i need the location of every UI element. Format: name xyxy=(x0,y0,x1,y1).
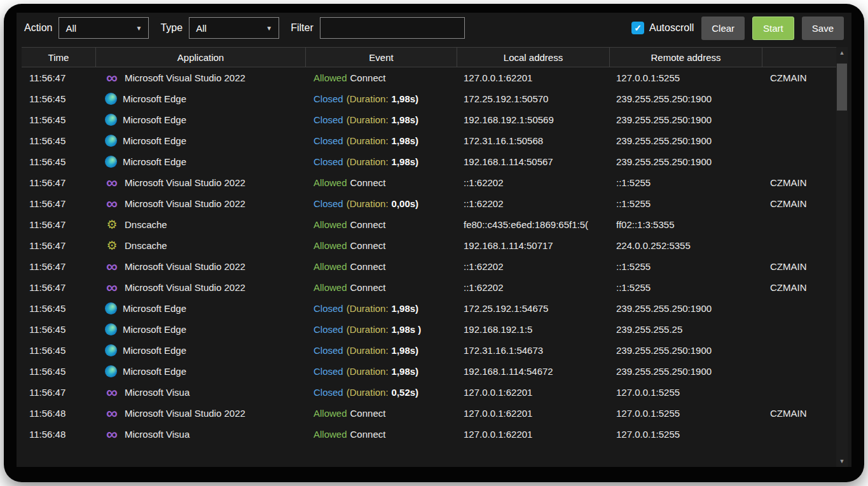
event-detail: Connect xyxy=(350,408,386,419)
table-row[interactable]: 11:56:47∞Microsoft Visual Studio 2022All… xyxy=(22,277,836,298)
application-cell: Microsoft Edge xyxy=(96,88,306,109)
table-row[interactable]: 11:56:45Microsoft EdgeClosed(Duration:1,… xyxy=(22,151,836,172)
event-duration-value: 1,98s) xyxy=(392,93,419,104)
event-status: Closed xyxy=(313,156,343,167)
table-row[interactable]: 11:56:45Microsoft EdgeClosed(Duration:1,… xyxy=(22,88,836,109)
event-detail: Connect xyxy=(350,177,386,188)
event-cell: Closed(Duration:1,98s) xyxy=(306,361,457,382)
header-local-address[interactable]: Local address xyxy=(457,48,610,67)
header-host[interactable] xyxy=(762,48,836,67)
filter-input[interactable] xyxy=(320,17,465,39)
application-cell: ⚙Dnscache xyxy=(96,214,306,235)
header-remote-address[interactable]: Remote address xyxy=(610,48,762,67)
local-address-cell: 172.31.16.1:50568 xyxy=(457,130,610,151)
local-address-cell: 192.168.192.1:5 xyxy=(457,319,610,340)
event-duration-label: (Duration: xyxy=(347,303,389,314)
visual-studio-icon: ∞ xyxy=(105,428,119,442)
scrollbar-thumb[interactable] xyxy=(837,64,847,111)
local-address-cell: 192.168.1.114:54672 xyxy=(457,361,610,382)
scrollbar-track[interactable] xyxy=(836,58,848,456)
event-cell: Closed(Duration:0,52s) xyxy=(306,382,457,403)
local-address-cell: 192.168.1.114:50717 xyxy=(457,235,610,256)
time-cell: 11:56:47 xyxy=(22,172,96,193)
host-cell xyxy=(762,235,836,256)
action-dropdown-value: All xyxy=(65,23,76,34)
action-dropdown[interactable]: All ▼ xyxy=(59,17,149,39)
host-cell xyxy=(762,340,836,361)
application-name: Microsoft Visual Studio 2022 xyxy=(125,72,245,83)
action-label: Action xyxy=(24,22,52,34)
time-cell: 11:56:48 xyxy=(22,424,96,445)
application-name: Microsoft Edge xyxy=(123,303,186,314)
table-row[interactable]: 11:56:47∞Microsoft Visual Studio 2022All… xyxy=(22,172,836,193)
scroll-up-icon[interactable]: ▲ xyxy=(836,47,848,58)
event-duration-label: (Duration: xyxy=(347,93,389,104)
remote-address-cell: 239.255.255.25 xyxy=(610,319,762,340)
application-cell: ∞Microsoft Visua xyxy=(96,424,306,445)
remote-address-cell: 224.0.0.252:5355 xyxy=(610,235,762,256)
edge-icon xyxy=(105,365,117,377)
application-name: Microsoft Edge xyxy=(123,366,186,377)
autoscroll-checkbox[interactable]: ✓ Autoscroll xyxy=(631,22,694,34)
event-status: Closed xyxy=(313,93,343,104)
application-name: Microsoft Edge xyxy=(123,114,186,125)
clear-button[interactable]: Clear xyxy=(701,17,745,40)
time-cell: 11:56:47 xyxy=(22,193,96,214)
table-row[interactable]: 11:56:48∞Microsoft Visual Studio 2022All… xyxy=(22,403,836,424)
event-status: Allowed xyxy=(313,240,347,251)
host-cell: CZMAIN xyxy=(762,403,836,424)
scrollbar[interactable]: ▲ ▼ xyxy=(836,47,848,467)
table-row[interactable]: 11:56:45Microsoft EdgeClosed(Duration:1,… xyxy=(22,130,836,151)
event-cell: Closed(Duration:0,00s) xyxy=(306,193,457,214)
table-row[interactable]: 11:56:47∞Microsoft VisuaClosed(Duration:… xyxy=(22,382,836,403)
table-row[interactable]: 11:56:47∞Microsoft Visual Studio 2022Clo… xyxy=(22,193,836,214)
application-cell: ∞Microsoft Visual Studio 2022 xyxy=(96,403,306,424)
save-button[interactable]: Save xyxy=(802,17,844,40)
table-row[interactable]: 11:56:45Microsoft EdgeClosed(Duration:1,… xyxy=(22,361,836,382)
type-dropdown[interactable]: All ▼ xyxy=(189,17,279,39)
start-button[interactable]: Start xyxy=(752,17,794,40)
table-row[interactable]: 11:56:45Microsoft EdgeClosed(Duration:1,… xyxy=(22,319,836,340)
time-cell: 11:56:48 xyxy=(22,403,96,424)
checkbox-checked-icon[interactable]: ✓ xyxy=(631,22,644,34)
event-duration-value: 1,98s) xyxy=(392,366,419,377)
time-cell: 11:56:47 xyxy=(22,235,96,256)
event-cell: AllowedConnect xyxy=(306,424,457,445)
host-cell: CZMAIN xyxy=(762,172,836,193)
table-row[interactable]: 11:56:45Microsoft EdgeClosed(Duration:1,… xyxy=(22,298,836,319)
local-address-cell: ::1:62202 xyxy=(457,193,610,214)
application-cell: ∞Microsoft Visual Studio 2022 xyxy=(96,193,306,214)
header-application[interactable]: Application xyxy=(96,48,306,67)
toolbar: Action All ▼ Type All ▼ Filter ✓ Autoscr… xyxy=(17,13,851,46)
application-name: Microsoft Visual Studio 2022 xyxy=(125,198,245,209)
table-row[interactable]: 11:56:45Microsoft EdgeClosed(Duration:1,… xyxy=(22,109,836,130)
header-event[interactable]: Event xyxy=(306,48,457,67)
table-row[interactable]: 11:56:47∞Microsoft Visual Studio 2022All… xyxy=(22,256,836,277)
scroll-down-icon[interactable]: ▼ xyxy=(836,456,848,467)
application-cell: Microsoft Edge xyxy=(96,109,306,130)
remote-address-cell: ::1:5255 xyxy=(610,172,762,193)
event-status: Allowed xyxy=(313,177,347,188)
remote-address-cell: ::1:5255 xyxy=(610,277,762,298)
remote-address-cell: 239.255.255.250:1900 xyxy=(610,130,762,151)
host-cell: CZMAIN xyxy=(762,193,836,214)
header-time[interactable]: Time xyxy=(22,48,96,67)
remote-address-cell: ::1:5255 xyxy=(610,256,762,277)
time-cell: 11:56:47 xyxy=(22,214,96,235)
table-row[interactable]: 11:56:48∞Microsoft VisuaAllowedConnect12… xyxy=(22,424,836,445)
event-detail: Connect xyxy=(350,240,386,251)
table-row[interactable]: 11:56:47∞Microsoft Visual Studio 2022All… xyxy=(22,67,836,88)
type-dropdown-value: All xyxy=(196,23,207,34)
edge-icon xyxy=(105,323,117,335)
event-duration-label: (Duration: xyxy=(347,198,389,209)
table-row[interactable]: 11:56:45Microsoft EdgeClosed(Duration:1,… xyxy=(22,340,836,361)
event-duration-label: (Duration: xyxy=(347,135,389,146)
application-cell: ∞Microsoft Visual Studio 2022 xyxy=(96,67,306,88)
edge-icon xyxy=(105,156,117,168)
table-row[interactable]: 11:56:47⚙DnscacheAllowedConnect192.168.1… xyxy=(22,235,836,256)
application-cell: Microsoft Edge xyxy=(96,130,306,151)
table-row[interactable]: 11:56:47⚙DnscacheAllowedConnectfe80::c43… xyxy=(22,214,836,235)
service-gear-icon: ⚙ xyxy=(105,218,119,232)
remote-address-cell: 239.255.255.250:1900 xyxy=(610,298,762,319)
filter-label: Filter xyxy=(291,22,313,34)
